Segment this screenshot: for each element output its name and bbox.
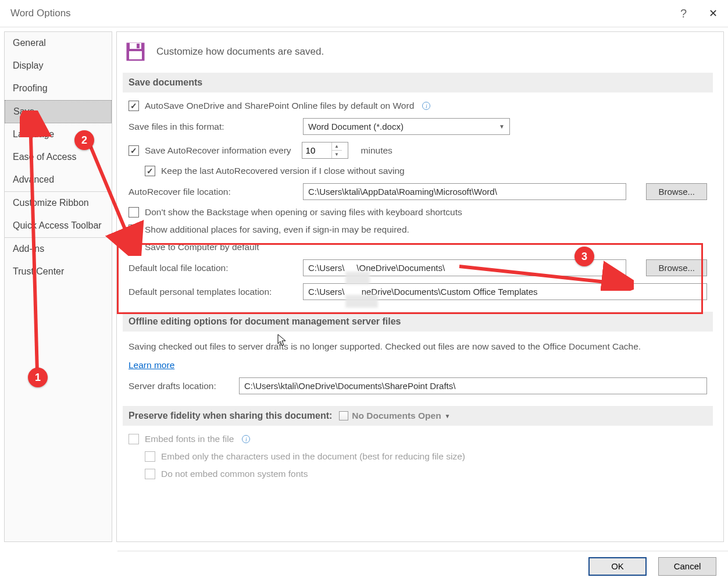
show-additional-checkbox[interactable] bbox=[129, 224, 139, 235]
chevron-down-icon: ▼ bbox=[445, 413, 451, 419]
save-format-label: Save files in this format: bbox=[129, 122, 297, 132]
spin-up-icon[interactable]: ▲ bbox=[332, 142, 342, 151]
content-panel: Customize how documents are saved. Save … bbox=[116, 31, 724, 542]
browse-default-local-button[interactable]: Browse... bbox=[646, 259, 707, 276]
dialog-title: Word Options bbox=[10, 8, 71, 19]
embed-common-checkbox bbox=[145, 469, 155, 479]
sidebar-item-ease-of-access[interactable]: Ease of Access bbox=[5, 146, 112, 169]
save-icon bbox=[125, 41, 146, 62]
titlebar: Word Options ? ✕ bbox=[0, 0, 728, 27]
embed-fonts-checkbox bbox=[129, 434, 139, 444]
save-computer-checkbox[interactable] bbox=[129, 242, 139, 252]
autorecover-unit: minutes bbox=[361, 145, 392, 156]
keep-last-checkbox[interactable] bbox=[145, 166, 155, 176]
info-icon[interactable]: i bbox=[422, 102, 430, 110]
info-icon[interactable]: i bbox=[242, 435, 250, 443]
drafts-label: Server drafts location: bbox=[129, 381, 233, 391]
save-computer-label: Save to Computer by default bbox=[145, 242, 259, 252]
section-fidelity-header: Preserve fidelity when sharing this docu… bbox=[123, 406, 713, 426]
close-icon[interactable]: ✕ bbox=[709, 7, 718, 20]
keep-last-label: Keep the last AutoRecovered version if I… bbox=[161, 166, 405, 176]
sidebar-item-language[interactable]: Language bbox=[5, 123, 112, 146]
save-format-combo[interactable]: Word Document (*.docx) ▼ bbox=[303, 118, 510, 135]
sidebar-item-advanced[interactable]: Advanced bbox=[5, 169, 112, 191]
cancel-button[interactable]: Cancel bbox=[658, 557, 716, 576]
sidebar-item-save[interactable]: Save bbox=[5, 100, 112, 123]
sidebar-item-trust-center[interactable]: Trust Center bbox=[5, 261, 112, 283]
chevron-down-icon: ▼ bbox=[499, 123, 505, 130]
default-local-label: Default local file location: bbox=[129, 263, 297, 273]
sidebar-item-display[interactable]: Display bbox=[5, 55, 112, 77]
dialog-footer: OK Cancel bbox=[117, 551, 728, 581]
svg-rect-3 bbox=[129, 51, 142, 59]
dont-show-backstage-label: Don't show the Backstage when opening or… bbox=[145, 207, 462, 218]
document-combo-value: No Documents Open bbox=[352, 411, 441, 421]
sidebar-item-customize-ribbon[interactable]: Customize Ribbon bbox=[5, 192, 112, 215]
default-local-input[interactable] bbox=[303, 259, 626, 276]
spin-down-icon[interactable]: ▼ bbox=[332, 151, 342, 158]
svg-rect-2 bbox=[137, 44, 140, 48]
autorecover-spin[interactable]: ▲▼ bbox=[302, 142, 348, 159]
section-save-documents-header: Save documents bbox=[123, 73, 713, 92]
autorecover-label: Save AutoRecover information every bbox=[145, 145, 291, 156]
sidebar-item-general[interactable]: General bbox=[5, 32, 112, 55]
sidebar-item-add-ins[interactable]: Add-ins bbox=[5, 238, 112, 261]
default-templates-input[interactable] bbox=[303, 283, 707, 300]
autosave-label: AutoSave OneDrive and SharePoint Online … bbox=[145, 101, 414, 111]
ok-button[interactable]: OK bbox=[588, 557, 647, 576]
embed-chars-label: Embed only the characters used in the do… bbox=[161, 451, 465, 462]
autorecover-value[interactable] bbox=[302, 145, 331, 155]
document-combo[interactable]: No Documents Open ▼ bbox=[339, 411, 450, 421]
autorecover-loc-label: AutoRecover file location: bbox=[129, 187, 297, 197]
autorecover-checkbox[interactable] bbox=[129, 145, 139, 156]
document-icon bbox=[339, 411, 348, 420]
save-format-value: Word Document (*.docx) bbox=[308, 122, 404, 131]
embed-chars-checkbox bbox=[145, 451, 155, 462]
header-text: Customize how documents are saved. bbox=[156, 46, 324, 58]
browse-autorecover-button[interactable]: Browse... bbox=[646, 183, 707, 200]
drafts-input[interactable] bbox=[239, 377, 707, 394]
autosave-checkbox[interactable] bbox=[129, 101, 139, 111]
embed-fonts-label: Embed fonts in the file bbox=[145, 434, 234, 444]
offline-note: Saving checked out files to server draft… bbox=[129, 340, 641, 353]
help-icon[interactable]: ? bbox=[680, 7, 687, 20]
show-additional-label: Show additional places for saving, even … bbox=[145, 224, 409, 235]
default-templates-label: Default personal templates location: bbox=[129, 287, 297, 297]
embed-common-label: Do not embed common system fonts bbox=[161, 469, 308, 479]
sidebar-item-proofing[interactable]: Proofing bbox=[5, 77, 112, 100]
sidebar-item-quick-access-toolbar[interactable]: Quick Access Toolbar bbox=[5, 215, 112, 237]
learn-more-link[interactable]: Learn more bbox=[129, 360, 174, 370]
sidebar: General Display Proofing Save Language E… bbox=[4, 31, 112, 542]
autorecover-loc-input[interactable] bbox=[303, 183, 626, 200]
section-offline-header: Offline editing options for document man… bbox=[123, 312, 713, 332]
dont-show-backstage-checkbox[interactable] bbox=[129, 207, 139, 218]
